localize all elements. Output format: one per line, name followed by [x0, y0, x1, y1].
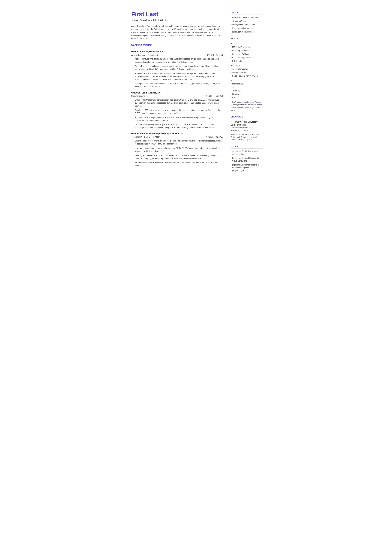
job-2-bullet-1: Enhanced RW's learning administration ap…: [135, 98, 223, 108]
job-2-company: Growthsi, San Francisco, CA: [131, 91, 223, 94]
other-list: Salesforce Certified Advanced Administra…: [231, 150, 263, 172]
education-label: EDUCATION: [231, 115, 263, 119]
skill-excel: Microsoft Excel: [231, 83, 263, 85]
job-2-dates: 05/2017 – 10/2019: [206, 95, 223, 98]
job-3-dates: 08/2012 – 01/2015: [206, 135, 223, 139]
promo-link[interactable]: Resume Worded: [247, 101, 261, 103]
job-3-bullets: Championed process improvements for grea…: [131, 140, 223, 167]
other-item-1: Salesforce Certified Advanced Administra…: [231, 150, 263, 155]
job-3-role: Technical Program Coordinator: [131, 135, 160, 139]
technical-label: Technical:: [231, 42, 263, 45]
job-2-bullet-2: Developed 500 learning tests and also au…: [135, 109, 223, 115]
skill-workflow: Workflow & Approvals: [231, 56, 263, 59]
job-1-bullet-4: Managed Salesforce application user prof…: [135, 82, 223, 88]
contact-location: Denver, CO (Open to Remote): [231, 16, 263, 19]
job-3-bullet-4: Expanded the services division of Resume…: [135, 161, 223, 167]
job-1-role: Junior Salesforce Administrator: [131, 54, 160, 57]
job-3-role-row: Technical Program Coordinator 08/2012 – …: [131, 135, 223, 139]
skill-sql: SQL: [231, 86, 263, 89]
contact-label: CONTACT: [231, 11, 263, 15]
skill-ms-visio: MS Visio (Advanced): [231, 46, 263, 49]
job-3-bullet-2: Leveraged Visualforce pages to deliver g…: [135, 147, 223, 153]
job-3: Resume Worded's Exciting Company, New Yo…: [131, 132, 223, 167]
skill-sf-admin: Salesforce.com Administration: [231, 75, 263, 77]
contact-email: email@resumeworded.com: [231, 23, 263, 26]
job-1-bullet-2: Created 10 reports including summary, ma…: [135, 65, 223, 71]
techniques-list: Apex Programming Visualforce Pages Sales…: [231, 68, 263, 77]
tools-label: Tools:: [231, 79, 263, 82]
technical-skills-list: MS Visio (Advanced) Bootstrap (Experienc…: [231, 46, 263, 63]
skill-sql-loader: SQL Loader: [231, 60, 263, 63]
job-3-company: Resume Worded's Exciting Company, New Yo…: [131, 132, 223, 135]
job-1: Resume Worded, New York, NY Junior Sales…: [131, 50, 223, 88]
job-2-role-row: Salesforce Analyst 05/2017 – 10/2019: [131, 94, 223, 98]
skill-visualforce: Visualforce Pages: [231, 71, 263, 74]
work-experience-label: WORK EXPERIENCE: [131, 44, 223, 47]
other-item-2: Salesforce Certified Community Cloud Con…: [231, 157, 263, 162]
job-1-role-row: Junior Salesforce Administrator 07/2019 …: [131, 54, 223, 57]
skills-label: SKILLS: [231, 37, 263, 41]
candidate-name: First Last: [131, 11, 223, 18]
right-column: CONTACT Denver, CO (Open to Remote) +1-9…: [228, 6, 267, 181]
contact-list: Denver, CO (Open to Remote) +1-908-564-5…: [231, 16, 263, 33]
contact-linkedin: linkedin.com/in/username: [231, 27, 263, 30]
left-column: First Last Junior Salesforce Administrat…: [125, 6, 228, 181]
edu-awards: Awards: Resume Worded Teaching Fellow (o…: [231, 133, 263, 141]
skill-bootstrap: Bootstrap (Experienced): [231, 49, 263, 52]
education-section: EDUCATION Resume Worded University Bache…: [231, 115, 263, 141]
edu-school: Resume Worded University: [231, 120, 263, 124]
job-2-bullet-3: Improved the learning experience of 10K …: [135, 116, 223, 122]
job-1-bullets: Added, removed and updated 2K user roles…: [131, 57, 223, 88]
other-section: OTHER Salesforce Certified Advanced Admi…: [231, 145, 263, 172]
contact-github: github.com/resumeworded: [231, 30, 263, 33]
techniques-label: Techniques:: [231, 64, 263, 67]
edu-location: Boston, MA — 05/2017: [231, 129, 263, 132]
job-1-company: Resume Worded, New York, NY: [131, 50, 223, 53]
edu-field: Business Administration: [231, 126, 263, 129]
job-1-bullet-1: Added, removed and updated 2K user roles…: [135, 57, 223, 64]
job-2-bullet-4: Created and successfully deployed Salesf…: [135, 123, 223, 129]
job-3-bullet-1: Championed process improvements for grea…: [135, 140, 223, 146]
job-1-dates: 07/2019 – Present: [207, 54, 223, 57]
job-1-bullet-3: Provided technical support for 4K users …: [135, 72, 223, 81]
job-2-bullets: Enhanced RW's learning administration ap…: [131, 98, 223, 129]
promo-text: • Don't forget to use Resume Worded to s…: [231, 101, 263, 112]
job-2: Growthsi, San Francisco, CA Salesforce A…: [131, 91, 223, 129]
skill-vui-cti: VUI/CTI: [231, 96, 263, 99]
skill-sf-trailhead: Salesforce Trailhead: [231, 53, 263, 56]
job-2-role: Salesforce Analyst: [131, 94, 148, 98]
edu-degree: Bachelor of Science: [231, 124, 263, 126]
other-label: OTHER: [231, 145, 263, 149]
skill-javascript: JavaScript: [231, 89, 263, 92]
skill-apex: Apex Programming: [231, 68, 263, 70]
tools-list: Microsoft Excel SQL JavaScript Filemaker…: [231, 83, 263, 99]
contact-phone: +1-908-564-555: [231, 20, 263, 22]
skills-section: SKILLS Technical: MS Visio (Advanced) Bo…: [231, 37, 263, 112]
candidate-title: Junior Salesforce Administrator: [131, 18, 223, 22]
other-item-3: Lightning Experience Reports & Dashboard…: [231, 163, 263, 172]
skill-filemaker: Filemaker: [231, 93, 263, 96]
summary-text: Junior Salesforce Administrator with 9 y…: [131, 24, 223, 40]
job-3-bullet-3: Redesigned Salesforce application purpos…: [135, 154, 223, 160]
resume-page: First Last Junior Salesforce Administrat…: [125, 0, 267, 187]
contact-section: CONTACT Denver, CO (Open to Remote) +1-9…: [231, 11, 263, 33]
